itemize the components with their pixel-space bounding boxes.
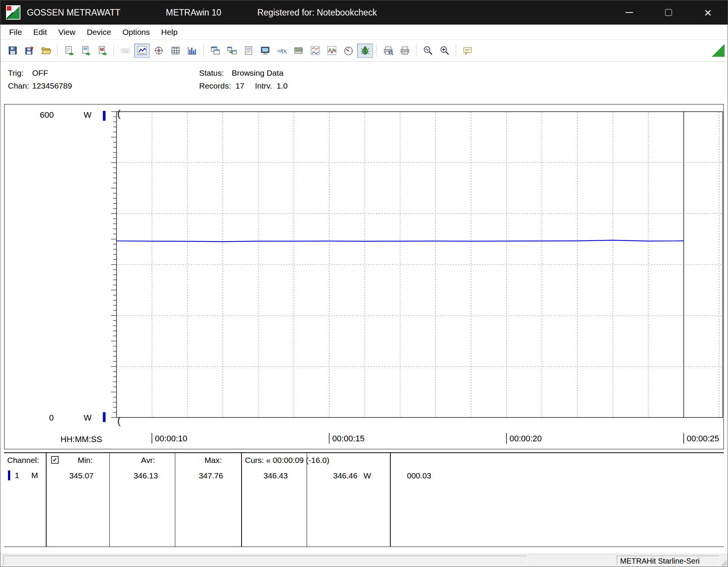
records-value: 17 — [235, 81, 244, 90]
status-bar: METRAHit Starline-Seri — [0, 554, 728, 567]
table-divider — [307, 453, 307, 547]
avr-column-header: Avr: — [141, 456, 155, 465]
svg-text:W: W — [84, 413, 92, 422]
metrawin-window: GOSSEN METRAWATT METRAwin 10 Registered … — [0, 0, 728, 567]
chart-area: ((600W0WHH:MM:SS00:00:1000:00:1500:00:20… — [4, 104, 724, 449]
minimize-icon — [625, 12, 633, 13]
window-new-icon[interactable] — [207, 44, 223, 58]
save-as-icon[interactable] — [21, 44, 37, 58]
table-divider — [241, 453, 242, 547]
print-icon[interactable] — [397, 44, 413, 58]
formula-icon[interactable]: =f(x) — [274, 44, 290, 58]
export-data-icon[interactable]: M — [94, 44, 110, 58]
window-transfer-icon[interactable] — [224, 44, 240, 58]
status-label: Status: — [199, 69, 232, 78]
status-value: Browsing Data — [232, 69, 284, 78]
print-preview-icon[interactable] — [380, 44, 396, 58]
export-report-icon[interactable] — [61, 44, 77, 58]
export-image-icon[interactable] — [78, 44, 94, 58]
table-divider — [109, 453, 110, 547]
max-column-header: Max: — [204, 456, 222, 465]
table-divider — [46, 453, 47, 547]
cursor-readout-header: Curs: « 00:00:09 (-16.0) — [245, 456, 329, 465]
table-view-icon[interactable] — [167, 44, 183, 58]
content-area: ((600W0WHH:MM:SS00:00:1000:00:1500:00:20… — [0, 93, 728, 554]
svg-text:M: M — [100, 47, 104, 52]
connected-device-label: METRAHit Starline-Seri — [620, 557, 700, 565]
chan-value: 123456789 — [32, 81, 72, 90]
records-label: Records: — [199, 81, 231, 90]
maximize-icon — [665, 9, 672, 16]
menu-help[interactable]: Help — [156, 25, 183, 39]
trig-label: Trig: — [8, 69, 32, 78]
cursor2-unit: W — [363, 471, 371, 480]
minimize-button[interactable] — [610, 0, 649, 25]
toolbar-separator — [203, 45, 204, 57]
trig-value: OFF — [32, 69, 48, 78]
min-value: 345.07 — [69, 471, 94, 480]
svg-text:8.8.8: 8.8.8 — [296, 48, 302, 51]
debug-icon[interactable] — [357, 44, 373, 58]
channel-row[interactable]: 1 M — [8, 470, 38, 480]
svg-text:HH:MM:SS: HH:MM:SS — [61, 435, 102, 444]
svg-text:0: 0 — [49, 413, 54, 422]
toolbar-separator — [456, 45, 456, 57]
protocol-list-icon[interactable] — [240, 44, 256, 58]
split-curves-icon[interactable] — [307, 44, 323, 58]
menu-options[interactable]: Options — [117, 25, 155, 39]
overlay-curves-icon[interactable] — [324, 44, 340, 58]
window-controls: × — [610, 0, 728, 25]
resize-grip[interactable] — [719, 558, 727, 566]
channel-mode: M — [31, 471, 38, 480]
channel-visible-checkbox[interactable]: ✓ — [51, 456, 59, 464]
histogram-view-icon[interactable] — [184, 44, 200, 58]
svg-text:(: ( — [117, 415, 121, 427]
cursor2-value-group: 346.46 W — [333, 471, 371, 480]
statusbar-device-panel: METRAHit Starline-Seri — [617, 556, 720, 565]
close-button[interactable]: × — [688, 0, 728, 25]
menu-device[interactable]: Device — [81, 25, 117, 39]
cursor2-value: 346.46 — [333, 471, 357, 480]
device-display-icon[interactable]: 8.8.8 — [290, 44, 306, 58]
svg-text:00:00:10: 00:00:10 — [155, 434, 187, 443]
table-divider — [175, 453, 175, 547]
status-info: Trig: OFF Chan: 123456789 Status: Browsi… — [0, 62, 728, 93]
channel-column-header: Channel: — [7, 456, 39, 465]
cursor-delta-value: 000.03 — [407, 471, 431, 480]
svg-text:600: 600 — [40, 110, 54, 120]
maximize-button[interactable] — [649, 0, 688, 25]
menu-edit[interactable]: Edit — [28, 25, 53, 39]
max-value: 347.76 — [199, 471, 223, 480]
resize-corner-icon — [712, 44, 725, 57]
menu-view[interactable]: View — [53, 25, 81, 39]
intrv-label: Intrv. — [255, 81, 272, 90]
intrv-value: 1.0 — [277, 81, 288, 90]
keyboard-icon — [117, 44, 133, 58]
table-divider — [390, 453, 391, 547]
app-logo-icon — [6, 5, 21, 20]
svg-text:(: ( — [117, 108, 121, 119]
toolbar-separator — [57, 45, 58, 57]
zoom-in-icon[interactable] — [436, 44, 452, 58]
hint-icon[interactable] — [460, 44, 475, 58]
min-column-header: Min: — [78, 456, 93, 465]
svg-text:00:00:25: 00:00:25 — [687, 434, 719, 443]
svg-text:00:00:15: 00:00:15 — [332, 434, 365, 443]
toolbar-separator — [376, 45, 377, 57]
power-trend-chart[interactable]: ((600W0WHH:MM:SS00:00:1000:00:1500:00:20… — [5, 104, 723, 449]
channel-number: 1 — [15, 471, 19, 480]
menu-file[interactable]: File — [3, 25, 28, 39]
scope-view-icon[interactable] — [151, 44, 167, 58]
zoom-out-icon[interactable] — [420, 44, 436, 58]
open-icon[interactable] — [38, 44, 54, 58]
menu-bar: File Edit View Device Options Help — [0, 25, 728, 40]
save-icon[interactable] — [5, 44, 20, 58]
trend-view-icon[interactable] — [134, 44, 150, 58]
monitor-view-icon[interactable] — [257, 44, 273, 58]
cursor1-value: 346.43 — [263, 471, 288, 480]
channel-color-marker — [8, 470, 10, 480]
statusbar-message-panel — [3, 556, 527, 565]
svg-text:00:00:20: 00:00:20 — [510, 434, 542, 443]
registered-for-label: Registered for: Notebookcheck — [257, 8, 377, 18]
gauge-view-icon[interactable] — [340, 44, 356, 58]
